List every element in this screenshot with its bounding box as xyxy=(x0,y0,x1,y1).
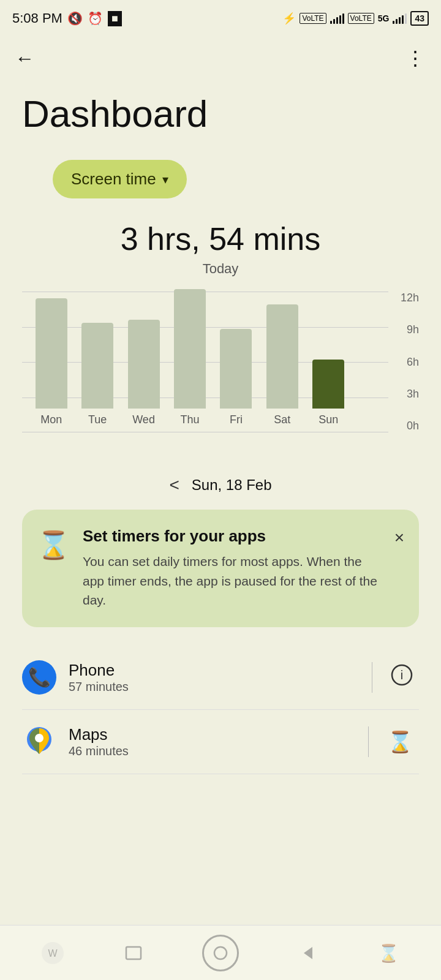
alarm-icon: ⏰ xyxy=(88,11,103,26)
status-indicators: ⚡ VoLTE VoLTE 5G 43 xyxy=(282,11,429,26)
y-label-6h: 6h xyxy=(407,356,419,369)
bar-thu-rect xyxy=(174,289,206,409)
list-item-maps: Maps 46 minutes ⌛ xyxy=(22,710,419,774)
timer-card-title: Set timers for your apps xyxy=(83,527,382,546)
status-time-section: 5:08 PM 🔇 ⏰ ■ xyxy=(12,10,122,26)
top-nav: ← ⋮ xyxy=(0,37,441,80)
bar-fri: Fri xyxy=(220,329,252,426)
bar-sat-rect xyxy=(266,304,298,409)
y-label-12h: 12h xyxy=(401,292,419,304)
timer-card-content: Set timers for your apps You can set dai… xyxy=(83,527,382,610)
bar-tue: Tue xyxy=(81,323,113,426)
timer-card-close-button[interactable]: × xyxy=(394,528,404,548)
chevron-down-icon: ▾ xyxy=(162,172,168,187)
page-title: Dashboard xyxy=(22,92,419,135)
y-label-0h: 0h xyxy=(407,420,419,432)
info-icon: i xyxy=(391,664,413,686)
maps-app-icon xyxy=(22,725,56,759)
phone-app-info: Phone 57 minutes xyxy=(69,661,360,694)
list-item-phone: 📞 Phone 57 minutes i xyxy=(22,646,419,710)
screen-time-dropdown[interactable]: Screen time ▾ xyxy=(22,160,419,221)
y-label-3h: 3h xyxy=(407,388,419,401)
maps-icon xyxy=(23,726,55,758)
svg-point-3 xyxy=(35,734,43,742)
ringer-off-icon: 🔇 xyxy=(67,11,83,26)
total-time-value: 3 hrs, 54 mins xyxy=(22,221,419,257)
bottom-spacer xyxy=(22,774,419,848)
signal-bars-1 xyxy=(330,13,344,24)
bottom-navigation: W ⌛ xyxy=(0,925,441,980)
bar-wed: Wed xyxy=(128,320,160,426)
bar-thu: Thu xyxy=(174,289,206,426)
network-5g: 5G xyxy=(378,13,390,23)
timer-promo-card: ⌛ Set timers for your apps You can set d… xyxy=(22,510,419,627)
prev-date-button[interactable]: < xyxy=(169,475,179,495)
home-circle-icon xyxy=(211,944,230,962)
divider xyxy=(372,662,372,693)
status-time: 5:08 PM xyxy=(12,10,62,26)
more-options-button[interactable]: ⋮ xyxy=(405,47,426,70)
back-icon xyxy=(295,941,320,965)
bar-mon: Mon xyxy=(36,298,67,426)
bar-sat: Sat xyxy=(266,304,298,426)
recents-icon xyxy=(121,941,146,965)
total-time-display: 3 hrs, 54 mins xyxy=(22,221,419,257)
maps-app-info: Maps 46 minutes xyxy=(69,725,356,758)
svg-text:W: W xyxy=(48,948,58,959)
nav-recents[interactable] xyxy=(121,941,146,965)
total-time-period: Today xyxy=(22,261,419,277)
signal-bars-2 xyxy=(393,13,407,24)
nav-back[interactable] xyxy=(295,941,320,965)
status-bar: 5:08 PM 🔇 ⏰ ■ ⚡ VoLTE VoLTE 5G 43 xyxy=(0,0,441,37)
chart-bars: Mon Tue Wed Thu xyxy=(22,292,358,426)
hourglass-icon: ⌛ xyxy=(37,529,70,561)
nav-screentime[interactable]: ⌛ xyxy=(376,941,401,965)
phone-app-time: 57 minutes xyxy=(69,680,360,694)
nav-home-button[interactable] xyxy=(202,935,239,971)
back-button[interactable]: ← xyxy=(15,47,34,70)
bar-wed-rect xyxy=(128,320,160,409)
svg-text:⌛: ⌛ xyxy=(378,943,399,963)
bluetooth-icon: ⚡ xyxy=(282,12,296,25)
main-content: Dashboard Screen time ▾ 3 hrs, 54 mins T… xyxy=(0,80,441,848)
bar-tue-rect xyxy=(81,323,113,409)
svg-marker-8 xyxy=(304,947,312,959)
bar-fri-rect xyxy=(220,329,252,409)
svg-rect-6 xyxy=(126,947,141,959)
phone-app-icon: 📞 xyxy=(22,660,56,695)
screen-time-label: Screen time xyxy=(71,170,156,189)
bar-mon-rect xyxy=(36,298,67,409)
current-date: Sun, 18 Feb xyxy=(192,477,272,494)
phone-app-name: Phone xyxy=(69,661,360,680)
bar-sun-rect xyxy=(312,360,344,409)
screen-time-button[interactable]: Screen time ▾ xyxy=(53,160,187,198)
volte-badge: VoLTE xyxy=(300,13,326,24)
volte-badge-2: VoLTE xyxy=(348,13,374,24)
screentime-nav-icon: ⌛ xyxy=(376,941,401,965)
maps-app-time: 46 minutes xyxy=(69,744,356,758)
whatsapp-icon: W xyxy=(40,941,65,965)
stop-icon: ■ xyxy=(108,11,122,26)
maps-app-name: Maps xyxy=(69,725,356,744)
phone-icon: 📞 xyxy=(28,666,51,688)
svg-text:i: i xyxy=(401,668,403,682)
divider xyxy=(368,726,369,757)
nav-whatsapp[interactable]: W xyxy=(40,941,65,965)
phone-info-button[interactable]: i xyxy=(385,664,419,690)
bar-sun: Sun xyxy=(312,360,344,426)
battery-indicator: 43 xyxy=(410,11,429,26)
maps-timer-button[interactable]: ⌛ xyxy=(381,729,419,754)
svg-point-7 xyxy=(214,947,227,959)
date-navigation: < Sun, 18 Feb xyxy=(22,475,419,495)
y-label-9h: 9h xyxy=(407,323,419,336)
timer-card-description: You can set daily timers for most apps. … xyxy=(83,552,382,610)
usage-chart: Mon Tue Wed Thu xyxy=(22,292,419,457)
